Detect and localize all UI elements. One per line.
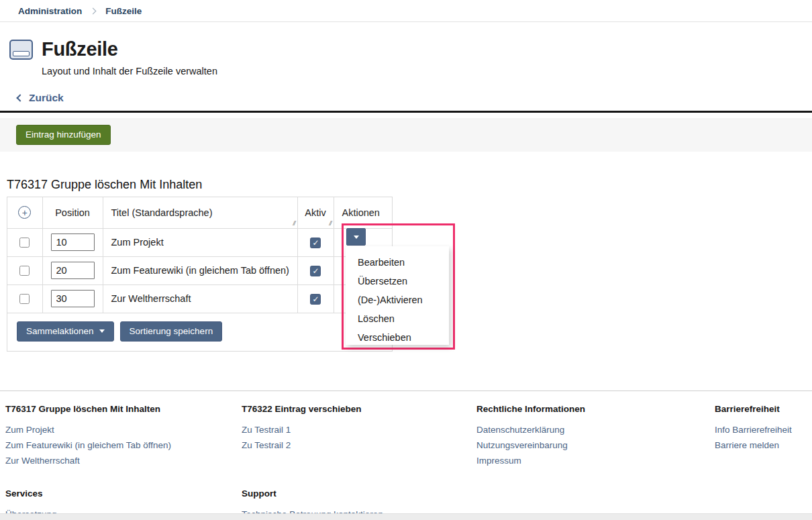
bulk-actions-label: Sammelaktionen [26, 326, 94, 337]
column-header-title: Titel (Standardsprache) // [103, 197, 297, 228]
row-select-checkbox[interactable] [19, 238, 30, 248]
table-title: T76317 Gruppe löschen Mit Inhalten [7, 178, 812, 192]
column-header-title-label: Titel (Standardsprache) [111, 207, 213, 218]
tabs-divider [0, 111, 812, 113]
actions-dropdown-toggle[interactable] [346, 228, 366, 246]
column-header-active-label: Aktiv [305, 207, 325, 218]
footer-link-nutzungsvereinbarung[interactable]: Nutzungsvereinbarung [476, 437, 715, 453]
actions-dropdown-highlight: Bearbeiten Übersetzen (De-)Aktivieren Lö… [342, 223, 455, 350]
footer-heading: Services [5, 488, 242, 499]
site-footer: T76317 Gruppe löschen Mit Inhalten Zum P… [0, 391, 812, 520]
chevron-right-icon [90, 7, 97, 14]
breadcrumb: Administration Fußzeile [0, 0, 812, 22]
footer-heading: T76317 Gruppe löschen Mit Inhalten [5, 404, 242, 414]
page-header: Fußzeile Layout und Inhalt der Fußzeile … [0, 22, 812, 76]
footer-link-info-barrierefreiheit[interactable]: Info Barrierefreiheit [715, 422, 807, 437]
footer-link-barriere-melden[interactable]: Barriere melden [715, 437, 807, 453]
menu-item-uebersetzen[interactable]: Übersetzen [358, 272, 449, 291]
position-input[interactable] [51, 233, 95, 251]
active-checkbox[interactable] [310, 266, 321, 276]
caret-down-icon [354, 236, 359, 239]
column-resize-handle[interactable]: // [329, 220, 331, 227]
add-entry-button[interactable]: Eintrag hinzufügen [16, 125, 111, 145]
menu-item-de-aktivieren[interactable]: (De-)Aktivieren [358, 291, 449, 309]
bottom-strip [0, 513, 812, 520]
footer-section-rechtliches: Rechtliche Informationen Datenschutzerkl… [476, 404, 715, 468]
footer-heading: Support [242, 488, 476, 499]
caret-down-icon [99, 329, 105, 333]
footer-link-datenschutz[interactable]: Datenschutzerklärung [476, 422, 715, 437]
entry-title: Zum Projekt [103, 228, 297, 256]
toolbar: Eintrag hinzufügen [0, 118, 812, 152]
footer-heading: Barrierefreiheit [715, 404, 807, 414]
active-checkbox[interactable] [310, 294, 321, 305]
table-row: Zum Projekt [7, 228, 392, 256]
position-input[interactable] [51, 290, 95, 307]
footer-link-zu-testrail-2[interactable]: Zu Testrail 2 [242, 437, 476, 453]
table-row: Zum Featurewiki (in gleichem Tab öffnen) [7, 256, 392, 284]
table-row: Zur Weltherrschaft [7, 284, 392, 313]
back-link[interactable]: Zurück [29, 92, 64, 104]
breadcrumb-item-fusszeile[interactable]: Fußzeile [105, 6, 142, 16]
actions-dropdown-menu: Bearbeiten Übersetzen (De-)Aktivieren Lö… [346, 246, 449, 345]
page-subtitle: Layout und Inhalt der Fußzeile verwalten [42, 66, 812, 76]
table-header-row: + Position Titel (Standardsprache) // Ak… [7, 197, 392, 228]
page-title: Fußzeile [42, 38, 118, 60]
chevron-left-icon [16, 94, 23, 101]
footer-link-zum-featurewiki[interactable]: Zum Featurewiki (in gleichem Tab öffnen) [5, 437, 242, 453]
column-header-active: Aktiv // [297, 197, 334, 228]
row-select-checkbox[interactable] [19, 266, 30, 276]
column-header-position: Position [42, 197, 103, 228]
menu-item-loeschen[interactable]: Löschen [358, 309, 449, 328]
row-select-checkbox[interactable] [19, 294, 30, 304]
footer-link-zu-testrail-1[interactable]: Zu Testrail 1 [242, 422, 476, 437]
footer-heading: Rechtliche Informationen [476, 404, 715, 414]
save-sorting-button[interactable]: Sortierung speichern [120, 321, 223, 342]
menu-item-bearbeiten[interactable]: Bearbeiten [358, 253, 449, 272]
circle-plus-icon[interactable]: + [18, 206, 31, 219]
column-resize-handle[interactable]: // [293, 220, 295, 227]
footer-heading: T76322 Eintrag verschieben [242, 404, 476, 414]
footer-section-t76322: T76322 Eintrag verschieben Zu Testrail 1… [242, 404, 476, 468]
position-input[interactable] [51, 262, 95, 279]
entries-table: + Position Titel (Standardsprache) // Ak… [7, 197, 393, 352]
entry-title: Zur Weltherrschaft [103, 284, 297, 313]
breadcrumb-item-administration[interactable]: Administration [18, 6, 82, 16]
footer-section-barrierefreiheit: Barrierefreiheit Info Barrierefreiheit B… [715, 404, 807, 468]
entry-title: Zum Featurewiki (in gleichem Tab öffnen) [103, 256, 297, 284]
bulk-actions-button[interactable]: Sammelaktionen [17, 321, 114, 342]
footer-icon [9, 40, 33, 60]
footer-link-impressum[interactable]: Impressum [476, 453, 715, 468]
menu-item-verschieben[interactable]: Verschieben [358, 328, 449, 347]
footer-section-t76317: T76317 Gruppe löschen Mit Inhalten Zum P… [5, 404, 242, 468]
footer-link-zur-weltherrschaft[interactable]: Zur Weltherrschaft [5, 453, 242, 468]
footer-link-zum-projekt[interactable]: Zum Projekt [5, 422, 242, 437]
active-checkbox[interactable] [310, 238, 321, 248]
